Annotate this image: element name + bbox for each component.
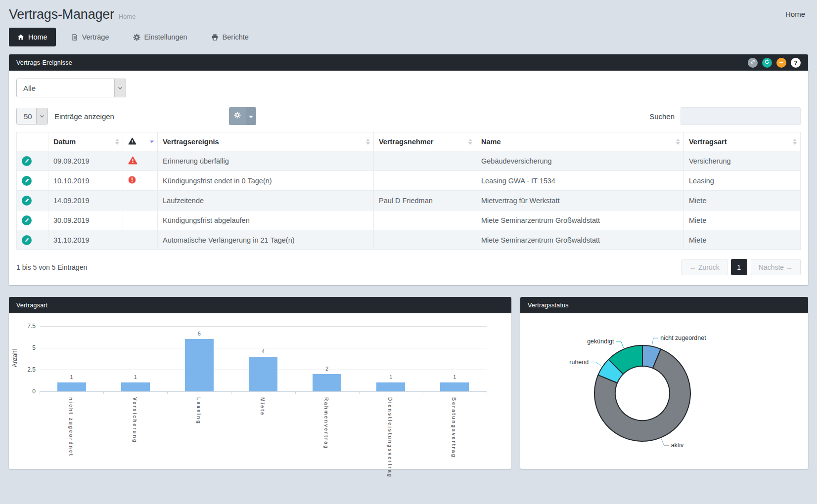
main-nav: Home Verträge Einstellungen Berichte — [9, 28, 808, 46]
gear-icon — [133, 34, 140, 41]
cell-datum: 14.09.2019 — [48, 191, 123, 210]
col-edit — [17, 132, 48, 151]
nav-tab-label: Einstellungen — [144, 33, 187, 41]
x-axis-tick — [359, 392, 360, 394]
nav-tab-home[interactable]: Home — [9, 28, 56, 46]
edit-button[interactable] — [22, 196, 32, 206]
y-tick-label: 7.5 — [16, 323, 36, 330]
col-datum[interactable]: Datum — [48, 132, 123, 151]
event-filter-value: Alle — [23, 84, 36, 92]
col-art[interactable]: Vertragsart — [684, 132, 801, 151]
nav-tab-vertraege[interactable]: Verträge — [63, 28, 118, 46]
bar-value-label: 1 — [126, 374, 145, 380]
bar-value-label: 6 — [189, 331, 209, 336]
cell-art: Miete — [684, 191, 801, 210]
nav-tab-berichte[interactable]: Berichte — [203, 28, 257, 46]
bar — [440, 382, 469, 391]
table-settings-button-group — [229, 107, 256, 125]
col-ereignis[interactable]: Vertragsereignis — [158, 132, 374, 151]
help-button[interactable]: ? — [791, 58, 801, 68]
pencil-icon — [24, 197, 30, 205]
pencil-icon — [24, 216, 30, 224]
x-category-label: Beratungsvertrag — [451, 397, 456, 458]
warning-triangle-icon — [128, 158, 137, 166]
label-connector — [590, 362, 601, 366]
edit-button[interactable] — [22, 156, 32, 166]
col-nehmer[interactable]: Vertragsnehmer — [374, 132, 476, 151]
table-row: 14.09.2019LaufzeitendePaul D FriedmanMie… — [17, 191, 801, 210]
cell-warnung — [123, 151, 158, 171]
x-axis-tick — [231, 392, 231, 394]
cell-art: Miete — [684, 230, 801, 250]
refresh-icon — [764, 59, 770, 66]
document-icon — [71, 34, 78, 41]
sort-icons — [150, 140, 154, 143]
cell-name: Mietvertrag für Werkstatt — [476, 191, 684, 210]
y-tick-label: 0 — [16, 388, 36, 395]
question-icon: ? — [794, 60, 798, 66]
sort-icons — [366, 139, 370, 145]
vertragsart-panel-title: Vertragsart — [16, 302, 47, 309]
collapse-button[interactable] — [776, 58, 786, 68]
table-settings-dropdown-button[interactable] — [246, 107, 256, 125]
vertragsart-panel-header: Vertragsart — [9, 297, 511, 313]
nav-tab-label: Home — [28, 33, 47, 41]
x-axis-tick — [423, 392, 423, 394]
vertragsart-bar-chart: 02.557.5Anzahl1nicht zugeordnet1Versiche… — [9, 313, 511, 469]
cell-ereignis: Erinnerung überfällig — [158, 151, 374, 171]
page-title: Vertrags-Manager — [9, 7, 114, 22]
refresh-button[interactable] — [762, 58, 772, 68]
top-right-home-link[interactable]: Home — [785, 10, 805, 18]
bar-value-label: 1 — [62, 374, 82, 380]
current-page-button[interactable]: 1 — [731, 259, 747, 275]
chevron-down-icon — [36, 108, 47, 124]
next-page-button[interactable]: Nächste → — [751, 259, 801, 275]
search-input[interactable] — [681, 107, 801, 125]
edit-button[interactable] — [22, 176, 32, 186]
expand-button[interactable] — [748, 58, 758, 68]
table-settings-button[interactable] — [229, 107, 246, 125]
x-axis-tick — [40, 392, 40, 394]
donut-label: nicht zugeordnet — [660, 335, 706, 341]
donut-label: gekündigt — [587, 338, 614, 345]
cell-nehmer — [374, 171, 476, 191]
nav-tab-einstellungen[interactable]: Einstellungen — [125, 28, 196, 46]
minus-icon — [779, 59, 784, 66]
events-panel-header: Vertrags-Ereignisse ? — [9, 54, 808, 71]
bar — [249, 357, 277, 391]
cell-edit — [17, 210, 48, 230]
cell-edit — [17, 151, 48, 171]
cell-name: Gebäudeversicherung — [476, 151, 684, 171]
edit-button[interactable] — [22, 235, 32, 245]
cell-datum: 31.10.2019 — [48, 230, 123, 250]
app-header: Vertrags-Manager Home — [9, 0, 808, 23]
warning-circle-icon — [128, 177, 136, 185]
events-panel: Vertrags-Ereignisse ? Alle — [9, 54, 808, 285]
gridline — [40, 326, 487, 327]
cell-nehmer — [374, 230, 476, 250]
donut-label: aktiv — [671, 442, 684, 449]
sort-icons — [468, 139, 472, 145]
page-length-value: 50 — [24, 112, 32, 121]
prev-page-button[interactable]: ← Zurück — [681, 259, 727, 275]
x-category-label: Miete — [260, 397, 265, 416]
page-length-select[interactable]: 50 — [16, 108, 48, 125]
cell-art: Versicherung — [684, 151, 801, 171]
col-name[interactable]: Name — [476, 132, 684, 151]
events-panel-title: Vertrags-Ereignisse — [16, 59, 72, 66]
gear-icon — [234, 112, 241, 121]
arrows-expand-icon — [750, 59, 756, 66]
bar-value-label: 2 — [317, 366, 337, 372]
y-tick-label: 2.5 — [16, 366, 36, 373]
sort-icons — [115, 139, 119, 145]
cell-art: Miete — [684, 210, 801, 230]
pencil-icon — [24, 157, 30, 165]
bar-value-label: 1 — [381, 374, 401, 380]
event-filter-select[interactable]: Alle — [16, 79, 126, 97]
col-warnung[interactable] — [123, 132, 158, 151]
breadcrumb: Home — [119, 13, 136, 20]
search-label: Suchen — [649, 112, 675, 121]
home-icon — [17, 34, 24, 41]
chevron-down-icon — [114, 79, 126, 97]
edit-button[interactable] — [22, 215, 32, 225]
